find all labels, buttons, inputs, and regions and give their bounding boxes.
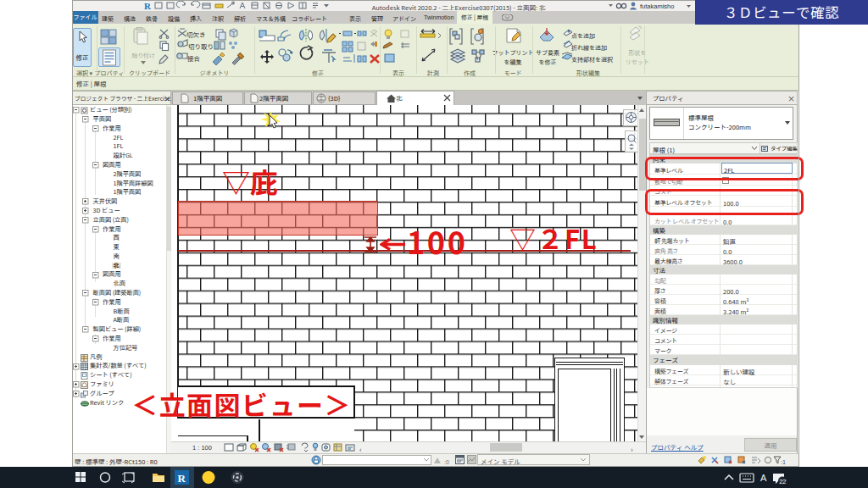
svg-text:A: A <box>760 473 767 483</box>
svg-text:22: 22 <box>779 478 786 485</box>
svg-text:R: R <box>144 1 152 11</box>
svg-text:R: R <box>178 472 186 485</box>
svg-text:futakamisho: futakamisho <box>640 3 674 10</box>
